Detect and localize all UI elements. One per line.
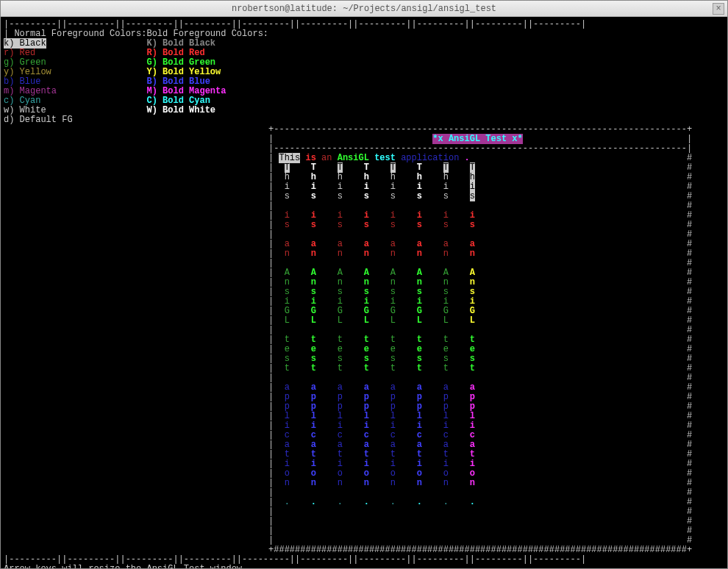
- sentence-word-4: test: [374, 153, 396, 163]
- bold-color-B: B) Bold Blue: [146, 76, 210, 87]
- bold-color-W: W) Bold White: [146, 105, 215, 115]
- normal-color-g: g) Green: [4, 57, 146, 68]
- normal-color-k: k) Black: [4, 38, 46, 49]
- titlebar: nrobertson@latitude: ~/Projects/ansigl/a…: [1, 1, 727, 17]
- normal-color-m: m) Magenta: [4, 86, 146, 96]
- normal-color-r: r) Red: [4, 48, 146, 58]
- help-text: Arrow keys will resize the AnsiGL Test w…: [4, 565, 724, 568]
- ansigl-test-box: +---------------------------------------…: [4, 125, 724, 555]
- window-title: nrobertson@latitude: ~/Projects/ansigl/a…: [232, 4, 496, 14]
- test-window-title: *x AnsiGL Test x*: [432, 134, 522, 144]
- bold-color-R: R) Bold Red: [146, 48, 204, 58]
- sentence-word-3: AnsiGL: [338, 153, 369, 163]
- normal-color-c: c) Cyan: [4, 96, 146, 106]
- normal-color-b: b) Blue: [4, 76, 146, 87]
- normal-color-w: w) White: [4, 105, 146, 115]
- bold-color-K: K) Bold Black: [146, 38, 215, 49]
- terminal-content: |---------||---------||---------||------…: [1, 17, 727, 568]
- bold-colors-header: Bold Foreground Colors:: [146, 29, 268, 39]
- bold-color-G: G) Bold Green: [146, 57, 215, 68]
- bold-color-M: M) Bold Magenta: [146, 86, 226, 96]
- normal-color-y: y) Yellow: [4, 67, 146, 77]
- bold-color-C: C) Bold Cyan: [146, 96, 210, 106]
- color-legend: | Normal Foreground Colors:Bold Foregrou…: [4, 29, 724, 125]
- bold-color-Y: Y) Bold Yellow: [146, 67, 221, 77]
- sentence-word-6: .: [465, 153, 470, 163]
- terminal-window: nrobertson@latitude: ~/Projects/ansigl/a…: [0, 0, 728, 569]
- sentence-word-0: This: [279, 153, 300, 163]
- sentence-word-2: an: [321, 153, 332, 163]
- help-line-0: Arrow keys will resize the AnsiGL Test w…: [4, 565, 724, 568]
- sentence-word-5: application: [401, 153, 459, 163]
- close-icon[interactable]: ×: [713, 3, 724, 15]
- normal-colors-header: Normal Foreground Colors:: [14, 29, 146, 39]
- normal-color-d: d) Default FG: [4, 115, 146, 125]
- sentence-word-1: is: [305, 153, 315, 163]
